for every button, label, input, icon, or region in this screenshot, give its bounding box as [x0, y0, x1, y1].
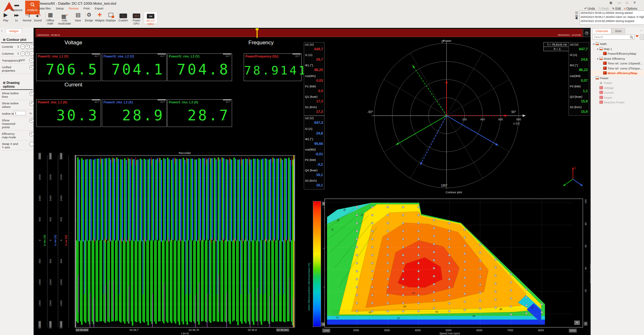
- checkbox-checked[interactable]: ✓: [29, 65, 34, 70]
- checkbox-checked[interactable]: ✓: [29, 101, 34, 106]
- tree-item-motor-efficiency[interactable]: ▼Motor Efficiency: [591, 56, 644, 61]
- tree-item-current[interactable]: Current: [591, 90, 644, 95]
- digital-meter[interactable]: Power/U_rms_L2 (V)ACT704.1: [102, 53, 167, 81]
- plus-button[interactable]: +: [25, 51, 30, 56]
- minus-button[interactable]: −: [20, 44, 25, 49]
- contour-x-tick[interactable]: 2000: [353, 329, 359, 332]
- chevron-down-button[interactable]: ⌄: [29, 58, 34, 63]
- undo-button[interactable]: ↶Undo: [584, 7, 595, 10]
- contour-x-tick[interactable]: 6000: [476, 329, 482, 332]
- collapse-panel-button[interactable]: ‹: [1, 29, 3, 32]
- tree-item-voltage[interactable]: Voltage: [591, 85, 644, 91]
- recorder-plot[interactable]: [75, 155, 295, 327]
- recorder-y-tick: 2000: [38, 153, 41, 160]
- digital-meter[interactable]: Power/Frequency (Hz)ACT78.9141: [244, 53, 302, 81]
- checkbox-checked[interactable]: ✓: [29, 91, 34, 96]
- toolbar-button-offline-math[interactable]: ▦Offline math: [44, 11, 57, 23]
- measured-point: [356, 270, 358, 272]
- contour-x-tick[interactable]: 3000: [384, 329, 390, 332]
- measured-point: [371, 286, 373, 288]
- digital-meter[interactable]: Power/U_rms_L1 (V)ACT706.5: [36, 53, 101, 81]
- contour-colorbar: [313, 201, 321, 327]
- tree-expand-arrow[interactable]: ▼: [597, 47, 599, 52]
- toolbar-button-custom[interactable]: >_Custom: [117, 11, 130, 23]
- tab-slots[interactable]: Slots: [611, 28, 625, 34]
- contour-x-tick[interactable]: 1000: [322, 329, 330, 332]
- timeline-bar[interactable]: 25/04/2023 - 09:58:11 25/04/2023 - 10:04…: [36, 29, 583, 37]
- options-button[interactable]: ≡Options: [624, 7, 637, 10]
- toolbar-button-auto-recalculate[interactable]: ▦●Auto recalculate: [58, 11, 71, 23]
- menu-item-export[interactable]: Export: [95, 7, 103, 10]
- toolbar-button-power-gpu[interactable]: 26.3Power GPU: [130, 11, 143, 23]
- digital-meter[interactable]: Power/I_rms_L3 (A)ACT28.7: [167, 99, 232, 127]
- map-icon: [603, 52, 607, 55]
- meter-channel-label: Power/U_rms_L2 (V): [103, 55, 134, 58]
- tree-item-power[interactable]: Power: [591, 95, 644, 100]
- contour-x-tick[interactable]: 7000: [507, 329, 513, 332]
- event-log[interactable]: 25/04/2023 09:58:11,000004 Storing start…: [580, 10, 644, 25]
- section-header-contour-plot[interactable]: ⊖ Contour plot: [1, 35, 33, 43]
- clock-icon[interactable]: ◷: [583, 29, 590, 37]
- contour-map[interactable]: 89888791919390949290888987: [325, 199, 583, 327]
- contour-y-tick: 100: [584, 199, 587, 203]
- contour-x-tick[interactable]: 5000: [446, 329, 452, 332]
- tree-expand-arrow[interactable]: ▼: [593, 42, 596, 47]
- tab-channels[interactable]: Channels: [592, 28, 611, 33]
- colorbar-axis-label: Motor Efficiency/Motor efficiency/Value …: [308, 263, 310, 310]
- widget-tab[interactable]: Widget: [6, 28, 22, 33]
- toolbar-button-dc-ct-video[interactable]: ●◂DC CT video: [144, 11, 158, 24]
- toolbar-button-sound[interactable]: ◄xSound: [31, 11, 44, 23]
- section-header-drawing-options[interactable]: ⊖ Drawing options: [1, 78, 33, 90]
- contour-x-tick[interactable]: 9000: [569, 329, 577, 332]
- checkbox-checked[interactable]: ✓: [29, 132, 34, 136]
- setting-label: Columns: [2, 52, 14, 55]
- meter-channel-label: Power/U_rms_L1 (V): [38, 55, 68, 58]
- digital-meter[interactable]: Power/I_rms_L1 (A)ACT30.3: [36, 99, 101, 127]
- tree-item-power[interactable]: ⚙Power: [591, 80, 644, 85]
- toolbar-button-displays[interactable]: Displays: [104, 11, 117, 23]
- edit-button[interactable]: ✎Edit: [612, 7, 621, 10]
- tree-item-reactive-power[interactable]: Reactive Power: [591, 100, 644, 105]
- tree-expand-arrow[interactable]: ▼: [597, 57, 599, 61]
- contour-x-tick[interactable]: 4000: [415, 329, 421, 332]
- checkbox-checked[interactable]: ✓: [29, 118, 34, 123]
- contour-title: Contour plot: [325, 190, 583, 194]
- contour-x-tick[interactable]: 8000: [538, 329, 544, 332]
- tree-item-time-ref-curve-1-speed-[interactable]: Time ref. curve 1/Speed/...: [591, 61, 644, 66]
- menu-item-data-files[interactable]: Data files: [38, 7, 51, 10]
- maximize-icon[interactable]: □: [626, 1, 628, 4]
- digital-meter[interactable]: Power/U_rms_L3 (V)ACT704.8: [167, 53, 232, 81]
- tree-item-time-ref-curve-2-torque-[interactable]: Time ref. curve 2/Torque...: [591, 66, 644, 71]
- tree-item-math[interactable]: ▼Math: [591, 41, 644, 47]
- filter-funnel-icon[interactable]: [636, 35, 639, 37]
- close-icon[interactable]: ✕: [633, 1, 636, 4]
- isoline-step-input[interactable]: 1: [14, 111, 26, 115]
- chevron-down-button[interactable]: ⌄: [29, 44, 34, 49]
- search-input[interactable]: Search: [592, 35, 635, 40]
- settings-dot-icon[interactable]: ◉: [609, 1, 613, 4]
- search-options-dropdown[interactable]: ⌄: [640, 35, 644, 40]
- recorder-y-tick: 2000: [49, 153, 52, 160]
- tree-item-motor-efficiency-map[interactable]: Motor efficiency/Map: [591, 71, 644, 76]
- scope-value-row: Φ2 (°)90,66: [304, 137, 324, 147]
- menu-item-print[interactable]: Print: [84, 7, 90, 10]
- tree-item-power[interactable]: Power: [591, 76, 644, 81]
- plus-button[interactable]: +: [25, 44, 30, 49]
- measured-point: [356, 278, 358, 280]
- checkbox-unchecked[interactable]: [29, 142, 34, 146]
- timeline-cursor-handle[interactable]: [257, 28, 258, 38]
- minus-button[interactable]: −: [20, 51, 25, 56]
- menu-item-setup[interactable]: Setup: [56, 7, 64, 10]
- vectorscope-polar-plot[interactable]: 0°90°180°-90°200400600800U [V]: [304, 38, 591, 189]
- search-icon: [630, 36, 633, 39]
- scope-value: 1,1: [583, 89, 588, 93]
- tree-item-power-efficiency-map[interactable]: Power/Efficiency/Map: [591, 51, 644, 56]
- expand-panel-arrow[interactable]: ›: [641, 29, 641, 32]
- minimize-icon[interactable]: —: [618, 1, 621, 4]
- digital-meter[interactable]: Power/I_rms_L2 (A)ACT28.9: [102, 99, 167, 127]
- measured-point: [495, 299, 497, 300]
- menu-item-review[interactable]: Review: [69, 7, 78, 10]
- chevron-down-button[interactable]: ⌄: [29, 51, 34, 56]
- tree-item-map-1[interactable]: ▼Map 1: [591, 47, 644, 52]
- contour-scroll-down-button[interactable]: ▼: [574, 321, 580, 325]
